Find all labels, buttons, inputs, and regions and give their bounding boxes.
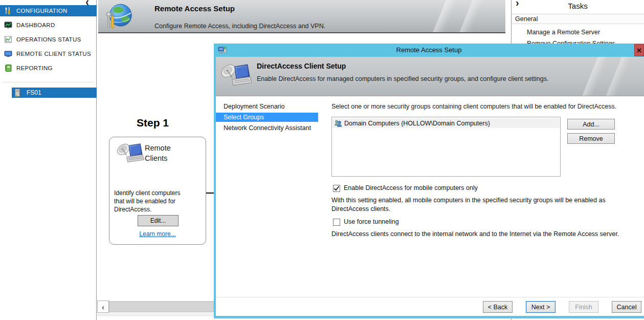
list-item-domain-computers[interactable]: Domain Computers (HOLLOW\Domain Computer… xyxy=(332,118,560,128)
footer-divider xyxy=(216,297,644,297)
mobile-only-checkbox[interactable] xyxy=(333,185,340,192)
dialog-title: Remote Access Setup xyxy=(214,46,644,54)
sidebar-item-label: REPORTING xyxy=(16,65,53,71)
horizontal-scrollbar-thumb[interactable] xyxy=(109,301,214,312)
mobile-only-note: With this setting enabled, all mobile co… xyxy=(331,196,608,214)
force-tunneling-checkbox[interactable] xyxy=(333,219,340,226)
sidebar-item-label: CONFIGURATION xyxy=(16,8,68,14)
remote-access-management-console: ‹ CONFIGURATION DASHBOARD xyxy=(0,0,644,320)
edit-button[interactable]: Edit... xyxy=(138,215,179,226)
step-1-title: Step 1 xyxy=(137,117,169,129)
remove-button[interactable]: Remove xyxy=(567,133,615,144)
statusbar-strip xyxy=(97,313,214,316)
server-name: FS01 xyxy=(27,89,41,96)
scroll-left-button[interactable]: ‹ xyxy=(97,301,109,313)
force-tunneling-label[interactable]: Use force tunneling xyxy=(344,218,399,225)
sidebar-item-dashboard[interactable]: DASHBOARD xyxy=(0,19,97,31)
banner-title: Remote Access Setup xyxy=(154,4,235,13)
cancel-button[interactable]: Cancel xyxy=(612,301,641,313)
group-name: Domain Computers (HOLLOW\Domain Computer… xyxy=(344,120,490,127)
wizard-step-deployment-scenario[interactable]: Deployment Scenario xyxy=(224,103,285,110)
reporting-icon xyxy=(4,64,12,72)
sidebar-item-remote-client-status[interactable]: REMOTE CLIENT STATUS xyxy=(0,48,97,59)
mobile-only-label[interactable]: Enable DirectAccess for mobile computers… xyxy=(344,184,478,191)
remote-clients-card: Remote Clients Identify client computers… xyxy=(109,137,206,245)
directaccess-client-icon xyxy=(220,59,252,94)
security-groups-listbox[interactable]: Domain Computers (HOLLOW\Domain Computer… xyxy=(331,117,561,177)
sidebar-item-operations-status[interactable]: OPERATIONS STATUS xyxy=(0,34,97,45)
sidebar-item-configuration[interactable]: CONFIGURATION xyxy=(0,5,97,16)
sidebar-item-label: DASHBOARD xyxy=(16,22,55,28)
force-tunneling-note: DirectAccess clients connect to the inte… xyxy=(331,230,644,239)
card-title: Remote Clients xyxy=(145,143,171,163)
next-button[interactable]: Next > xyxy=(526,301,556,313)
dialog-bottom-border xyxy=(214,316,644,318)
select-groups-intro-text: Select one or more security groups conta… xyxy=(331,103,616,110)
dialog-titlebar[interactable]: Remote Access Setup xyxy=(214,44,644,57)
remote-access-setup-banner: Remote Access Setup Configure Remote Acc… xyxy=(98,0,505,33)
wizard-step-select-groups[interactable]: Select Groups xyxy=(216,113,318,122)
checkmark-icon xyxy=(334,185,340,191)
remote-access-setup-dialog: Remote Access Setup xyxy=(214,44,644,318)
task-link-manage-remote-server[interactable]: Manage a Remote Server xyxy=(527,29,600,36)
sidebar: ‹ CONFIGURATION DASHBOARD xyxy=(0,0,97,320)
sidebar-item-server-fs01[interactable]: FS01 xyxy=(12,88,97,98)
wizard-step-network-connectivity-assistant[interactable]: Network Connectivity Assistant xyxy=(224,124,311,132)
add-button[interactable]: Add... xyxy=(567,119,615,130)
sidebar-item-label: OPERATIONS STATUS xyxy=(16,36,81,42)
banner-subtitle: Configure Remote Access, including Direc… xyxy=(154,23,325,30)
step-connector-line xyxy=(206,193,214,194)
satellite-laptop-icon xyxy=(116,142,144,166)
learn-more-link[interactable]: Learn more... xyxy=(109,230,206,238)
server-icon xyxy=(15,89,20,97)
sidebar-item-label: REMOTE CLIENT STATUS xyxy=(16,51,91,57)
tools-icon xyxy=(4,7,12,15)
operations-status-icon xyxy=(4,35,12,44)
tasks-title: Tasks xyxy=(512,2,644,10)
remote-client-icon xyxy=(4,50,12,58)
dialog-header-subtitle: Enable DirectAccess for managed computer… xyxy=(257,75,548,82)
dialog-header: DirectAccess Client Setup Enable DirectA… xyxy=(216,57,644,96)
sidebar-divider xyxy=(2,82,94,82)
wizard-step-label: Select Groups xyxy=(224,114,264,121)
banner-swoosh-decoration xyxy=(352,0,505,32)
card-description: Identify client computers that will be e… xyxy=(114,189,180,214)
globe-tools-icon xyxy=(104,2,133,31)
dialog-header-title: DirectAccess Client Setup xyxy=(257,62,346,70)
close-icon[interactable] xyxy=(634,44,644,56)
finish-button: Finish xyxy=(569,301,598,313)
sidebar-item-reporting[interactable]: REPORTING xyxy=(0,62,97,74)
dashboard-icon xyxy=(4,21,12,29)
back-button[interactable]: < Back xyxy=(483,301,513,313)
tasks-section-general: General xyxy=(512,14,644,24)
security-group-icon xyxy=(334,119,342,127)
